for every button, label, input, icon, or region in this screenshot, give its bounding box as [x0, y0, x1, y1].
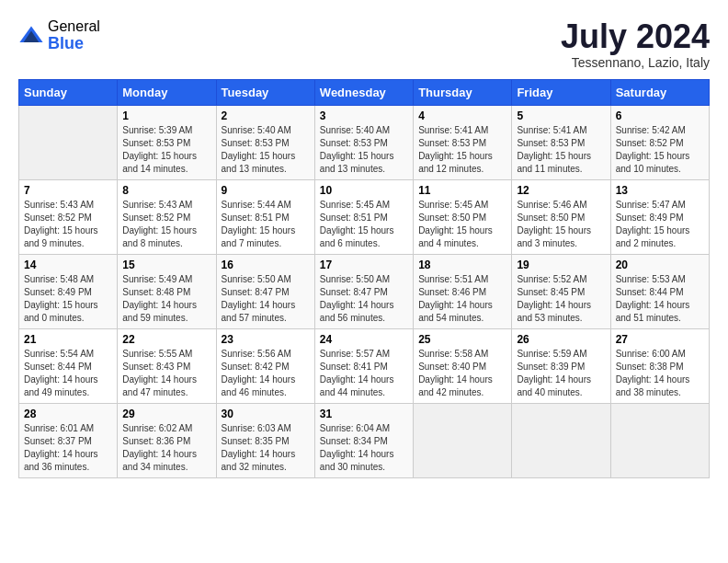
day-cell — [512, 403, 610, 477]
day-cell: 5Sunrise: 5:41 AMSunset: 8:53 PMDaylight… — [512, 105, 610, 179]
day-info: Sunrise: 5:56 AMSunset: 8:42 PMDaylight:… — [222, 348, 310, 399]
day-cell: 8Sunrise: 5:43 AMSunset: 8:52 PMDaylight… — [118, 179, 216, 254]
calendar-table: SundayMondayTuesdayWednesdayThursdayFrid… — [18, 79, 710, 478]
day-info: Sunrise: 5:43 AMSunset: 8:52 PMDaylight:… — [24, 199, 112, 250]
day-number: 10 — [320, 184, 408, 197]
day-info: Sunrise: 6:03 AMSunset: 8:35 PMDaylight:… — [222, 422, 310, 474]
week-row-3: 14Sunrise: 5:48 AMSunset: 8:49 PMDayligh… — [19, 254, 710, 328]
day-info: Sunrise: 5:41 AMSunset: 8:53 PMDaylight:… — [517, 124, 605, 176]
day-number: 29 — [122, 408, 210, 420]
weekday-header-tuesday: Tuesday — [216, 79, 314, 105]
weekday-header-monday: Monday — [118, 79, 216, 105]
day-info: Sunrise: 5:50 AMSunset: 8:47 PMDaylight:… — [222, 273, 310, 325]
day-number: 16 — [222, 259, 310, 271]
day-cell: 29Sunrise: 6:02 AMSunset: 8:36 PMDayligh… — [118, 403, 216, 477]
day-cell: 28Sunrise: 6:01 AMSunset: 8:37 PMDayligh… — [19, 403, 118, 477]
day-info: Sunrise: 5:49 AMSunset: 8:48 PMDaylight:… — [122, 273, 210, 325]
day-info: Sunrise: 5:54 AMSunset: 8:44 PMDaylight:… — [24, 348, 112, 399]
day-cell: 17Sunrise: 5:50 AMSunset: 8:47 PMDayligh… — [314, 254, 413, 328]
weekday-header-row: SundayMondayTuesdayWednesdayThursdayFrid… — [19, 79, 710, 105]
day-cell: 6Sunrise: 5:42 AMSunset: 8:52 PMDaylight… — [610, 105, 709, 179]
weekday-header-friday: Friday — [512, 79, 610, 105]
month-title: July 2024 — [561, 18, 710, 55]
day-cell: 1Sunrise: 5:39 AMSunset: 8:53 PMDaylight… — [118, 105, 216, 179]
day-cell — [19, 105, 118, 179]
day-info: Sunrise: 5:50 AMSunset: 8:47 PMDaylight:… — [320, 273, 408, 325]
day-cell: 31Sunrise: 6:04 AMSunset: 8:34 PMDayligh… — [314, 403, 413, 477]
day-number: 22 — [122, 333, 210, 346]
day-number: 3 — [320, 109, 408, 122]
day-number: 14 — [24, 259, 112, 271]
day-number: 31 — [320, 408, 408, 420]
logo-general: General — [48, 18, 100, 35]
day-info: Sunrise: 5:43 AMSunset: 8:52 PMDaylight:… — [122, 199, 210, 250]
day-info: Sunrise: 6:02 AMSunset: 8:36 PMDaylight:… — [122, 422, 210, 474]
day-info: Sunrise: 5:48 AMSunset: 8:49 PMDaylight:… — [24, 273, 112, 325]
day-info: Sunrise: 5:39 AMSunset: 8:53 PMDaylight:… — [122, 124, 210, 176]
logo-icon — [18, 23, 44, 49]
day-info: Sunrise: 5:47 AMSunset: 8:49 PMDaylight:… — [616, 199, 704, 250]
day-cell: 13Sunrise: 5:47 AMSunset: 8:49 PMDayligh… — [610, 179, 709, 254]
day-number: 25 — [418, 333, 506, 346]
day-cell: 2Sunrise: 5:40 AMSunset: 8:53 PMDaylight… — [216, 105, 314, 179]
day-cell: 26Sunrise: 5:59 AMSunset: 8:39 PMDayligh… — [512, 328, 610, 403]
day-number: 28 — [24, 408, 112, 420]
day-info: Sunrise: 5:42 AMSunset: 8:52 PMDaylight:… — [616, 124, 704, 176]
day-number: 9 — [222, 184, 310, 197]
day-cell — [610, 403, 709, 477]
day-cell: 3Sunrise: 5:40 AMSunset: 8:53 PMDaylight… — [314, 105, 413, 179]
day-info: Sunrise: 5:41 AMSunset: 8:53 PMDaylight:… — [418, 124, 506, 176]
day-info: Sunrise: 5:52 AMSunset: 8:45 PMDaylight:… — [517, 273, 605, 325]
day-cell: 18Sunrise: 5:51 AMSunset: 8:46 PMDayligh… — [414, 254, 512, 328]
day-number: 7 — [24, 184, 112, 197]
day-number: 19 — [517, 259, 605, 271]
day-cell: 25Sunrise: 5:58 AMSunset: 8:40 PMDayligh… — [414, 328, 512, 403]
day-cell: 16Sunrise: 5:50 AMSunset: 8:47 PMDayligh… — [216, 254, 314, 328]
logo-blue: Blue — [48, 35, 100, 53]
day-number: 15 — [122, 259, 210, 271]
day-cell — [414, 403, 512, 477]
week-row-4: 21Sunrise: 5:54 AMSunset: 8:44 PMDayligh… — [19, 328, 710, 403]
week-row-5: 28Sunrise: 6:01 AMSunset: 8:37 PMDayligh… — [19, 403, 710, 477]
day-number: 23 — [222, 333, 310, 346]
day-number: 18 — [418, 259, 506, 271]
day-info: Sunrise: 6:01 AMSunset: 8:37 PMDaylight:… — [24, 422, 112, 474]
day-number: 4 — [418, 109, 506, 122]
day-info: Sunrise: 5:46 AMSunset: 8:50 PMDaylight:… — [517, 199, 605, 250]
logo-text: General Blue — [48, 18, 100, 52]
weekday-header-wednesday: Wednesday — [314, 79, 413, 105]
day-cell: 15Sunrise: 5:49 AMSunset: 8:48 PMDayligh… — [118, 254, 216, 328]
day-cell: 4Sunrise: 5:41 AMSunset: 8:53 PMDaylight… — [414, 105, 512, 179]
day-cell: 27Sunrise: 6:00 AMSunset: 8:38 PMDayligh… — [610, 328, 709, 403]
day-cell: 11Sunrise: 5:45 AMSunset: 8:50 PMDayligh… — [414, 179, 512, 254]
day-number: 13 — [616, 184, 704, 197]
day-number: 27 — [616, 333, 704, 346]
weekday-header-thursday: Thursday — [414, 79, 512, 105]
day-number: 6 — [616, 109, 704, 122]
day-number: 21 — [24, 333, 112, 346]
day-number: 11 — [418, 184, 506, 197]
day-number: 20 — [616, 259, 704, 271]
page-header: General Blue July 2024 Tessennano, Lazio… — [18, 18, 710, 70]
day-cell: 20Sunrise: 5:53 AMSunset: 8:44 PMDayligh… — [610, 254, 709, 328]
day-info: Sunrise: 5:59 AMSunset: 8:39 PMDaylight:… — [517, 348, 605, 399]
day-info: Sunrise: 6:04 AMSunset: 8:34 PMDaylight:… — [320, 422, 408, 474]
day-info: Sunrise: 5:44 AMSunset: 8:51 PMDaylight:… — [222, 199, 310, 250]
day-cell: 9Sunrise: 5:44 AMSunset: 8:51 PMDaylight… — [216, 179, 314, 254]
day-cell: 23Sunrise: 5:56 AMSunset: 8:42 PMDayligh… — [216, 328, 314, 403]
day-cell: 24Sunrise: 5:57 AMSunset: 8:41 PMDayligh… — [314, 328, 413, 403]
logo: General Blue — [18, 18, 100, 52]
day-cell: 10Sunrise: 5:45 AMSunset: 8:51 PMDayligh… — [314, 179, 413, 254]
day-cell: 30Sunrise: 6:03 AMSunset: 8:35 PMDayligh… — [216, 403, 314, 477]
day-number: 8 — [122, 184, 210, 197]
day-number: 1 — [122, 109, 210, 122]
week-row-2: 7Sunrise: 5:43 AMSunset: 8:52 PMDaylight… — [19, 179, 710, 254]
weekday-header-sunday: Sunday — [19, 79, 118, 105]
day-info: Sunrise: 5:40 AMSunset: 8:53 PMDaylight:… — [222, 124, 310, 176]
title-block: July 2024 Tessennano, Lazio, Italy — [561, 18, 710, 70]
day-info: Sunrise: 5:58 AMSunset: 8:40 PMDaylight:… — [418, 348, 506, 399]
day-info: Sunrise: 5:45 AMSunset: 8:50 PMDaylight:… — [418, 199, 506, 250]
day-info: Sunrise: 5:53 AMSunset: 8:44 PMDaylight:… — [616, 273, 704, 325]
day-cell: 7Sunrise: 5:43 AMSunset: 8:52 PMDaylight… — [19, 179, 118, 254]
day-cell: 14Sunrise: 5:48 AMSunset: 8:49 PMDayligh… — [19, 254, 118, 328]
